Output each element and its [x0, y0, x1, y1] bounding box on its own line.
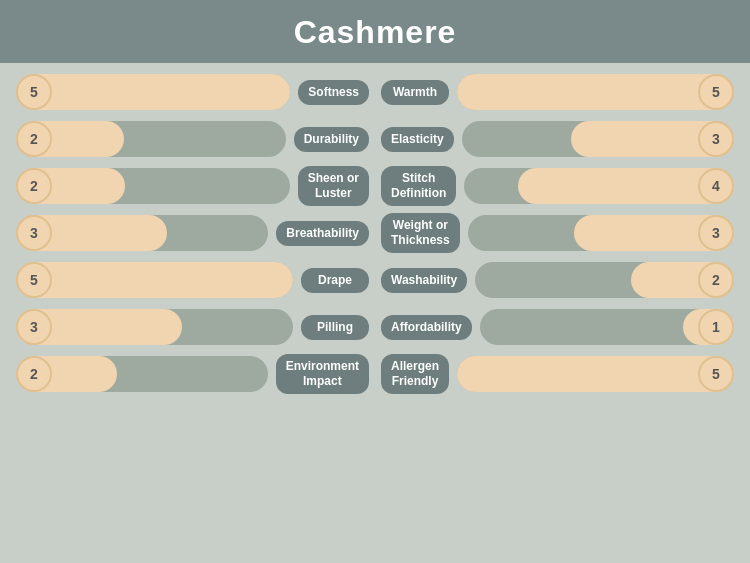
metric-label: Drape [301, 268, 369, 293]
metric-row-left-0: 5 Softness [16, 73, 369, 111]
bar-bg: 5 [16, 74, 290, 110]
metric-label: Affordability [381, 315, 472, 340]
metric-row-left-4: 5 Drape [16, 261, 369, 299]
bubble: 3 [16, 309, 52, 345]
metric-left-2: 2 Sheen orLuster [16, 166, 369, 206]
metric-row-left-5: 3 Pilling [16, 308, 369, 346]
metric-row-right-6: AllergenFriendly 5 [381, 355, 734, 393]
metric-row-left-3: 3 Breathability [16, 214, 369, 252]
metric-label: StitchDefinition [381, 166, 456, 206]
bubble: 2 [16, 168, 52, 204]
metrics-grid: 5 Softness Warmth 5 2 [0, 63, 750, 403]
metric-left-5: 3 Pilling [16, 309, 369, 345]
metric-label: AllergenFriendly [381, 354, 449, 394]
metric-label: Washability [381, 268, 467, 293]
bar-bg: 3 [16, 309, 293, 345]
bar-bg: 2 [16, 168, 290, 204]
bar-bg: 3 [462, 121, 734, 157]
metric-row-right-0: Warmth 5 [381, 73, 734, 111]
metric-label: Sheen orLuster [298, 166, 369, 206]
bubble: 3 [16, 215, 52, 251]
metric-label: Pilling [301, 315, 369, 340]
metric-row-right-5: Affordability 1 [381, 308, 734, 346]
metric-left-3: 3 Breathability [16, 215, 369, 251]
header: Cashmere [0, 0, 750, 63]
metric-label: Weight orThickness [381, 213, 460, 253]
bar-bg: 3 [468, 215, 734, 251]
bubble: 3 [698, 215, 734, 251]
metric-label: Warmth [381, 80, 449, 105]
metric-label: EnvironmentImpact [276, 354, 369, 394]
metric-left-6: 2 EnvironmentImpact [16, 354, 369, 394]
metric-left-0: 5 Softness [16, 74, 369, 110]
bar-bg: 5 [457, 74, 734, 110]
bubble: 2 [16, 356, 52, 392]
metric-row-right-2: StitchDefinition 4 [381, 167, 734, 205]
bubble: 4 [698, 168, 734, 204]
bubble: 2 [16, 121, 52, 157]
metric-label: Breathability [276, 221, 369, 246]
bubble: 2 [698, 262, 734, 298]
bar-bg: 4 [464, 168, 734, 204]
bar-fill [457, 74, 734, 110]
bar-fill [457, 356, 734, 392]
metric-right-4: Washability 2 [381, 262, 734, 298]
metric-row-right-3: Weight orThickness 3 [381, 214, 734, 252]
metric-row-left-1: 2 Durability [16, 120, 369, 158]
bubble: 3 [698, 121, 734, 157]
metric-row-left-6: 2 EnvironmentImpact [16, 355, 369, 393]
bar-bg: 3 [16, 215, 268, 251]
metric-label: Elasticity [381, 127, 454, 152]
metric-right-0: Warmth 5 [381, 74, 734, 110]
metric-left-4: 5 Drape [16, 262, 369, 298]
metric-right-5: Affordability 1 [381, 309, 734, 345]
bubble: 5 [698, 356, 734, 392]
bubble: 5 [16, 262, 52, 298]
bar-fill [16, 262, 293, 298]
bubble: 1 [698, 309, 734, 345]
metric-left-1: 2 Durability [16, 121, 369, 157]
metric-right-3: Weight orThickness 3 [381, 213, 734, 253]
bar-bg: 2 [16, 356, 268, 392]
bar-bg: 2 [16, 121, 286, 157]
metric-row-left-2: 2 Sheen orLuster [16, 167, 369, 205]
metric-label: Softness [298, 80, 369, 105]
bubble: 5 [16, 74, 52, 110]
bar-bg: 2 [475, 262, 734, 298]
metric-right-2: StitchDefinition 4 [381, 166, 734, 206]
bar-bg: 5 [16, 262, 293, 298]
metric-label: Durability [294, 127, 369, 152]
bar-fill [16, 74, 290, 110]
bubble: 5 [698, 74, 734, 110]
bar-bg: 1 [480, 309, 734, 345]
metric-right-6: AllergenFriendly 5 [381, 354, 734, 394]
metric-row-right-1: Elasticity 3 [381, 120, 734, 158]
metric-row-right-4: Washability 2 [381, 261, 734, 299]
metric-right-1: Elasticity 3 [381, 121, 734, 157]
bar-bg: 5 [457, 356, 734, 392]
page-title: Cashmere [0, 14, 750, 51]
